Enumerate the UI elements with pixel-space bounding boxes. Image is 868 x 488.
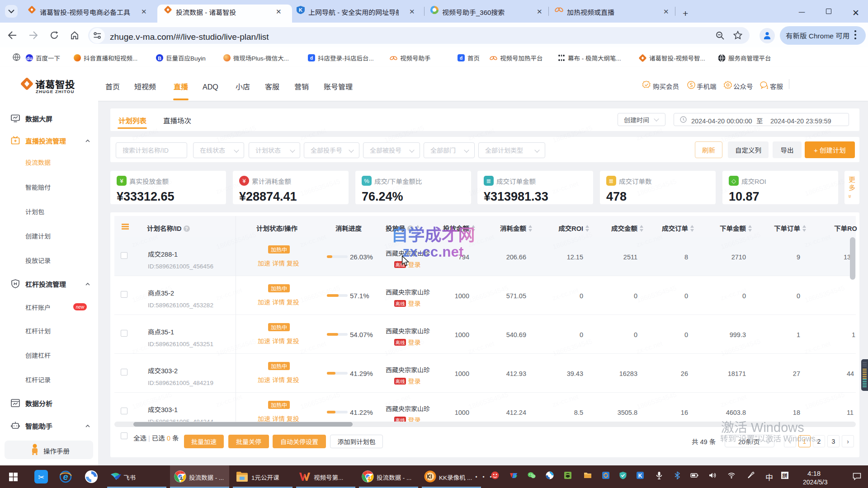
svg-text:K: K [638, 471, 642, 479]
svg-text:K: K [299, 6, 302, 13]
svg-text:e: e [63, 470, 68, 483]
svg-text:拼: 拼 [782, 472, 788, 479]
